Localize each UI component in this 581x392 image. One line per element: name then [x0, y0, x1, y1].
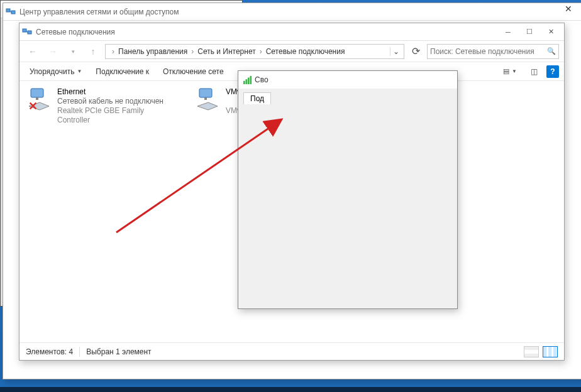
ethernet-disconnected-icon: ✕ — [27, 87, 52, 125]
network-center-icon — [6, 7, 16, 17]
connection-status: Сетевой кабель не подключен — [57, 97, 173, 106]
search-input[interactable] — [430, 47, 547, 56]
svg-rect-4 — [28, 31, 31, 34]
address-history-dropdown[interactable]: ⌄ — [390, 47, 401, 56]
connection-device: Realtek PCIe GBE Family Controller — [57, 106, 173, 125]
help-icon[interactable]: ? — [546, 65, 559, 78]
chevron-right-icon[interactable]: › — [111, 47, 116, 56]
maximize-button[interactable]: ☐ — [519, 24, 540, 40]
svg-rect-0 — [6, 9, 10, 12]
dialog-title[interactable]: Сво — [238, 71, 457, 89]
ethernet-icon — [196, 87, 221, 125]
connection-name: Ethernet — [57, 87, 173, 97]
refresh-button[interactable]: ⟳ — [408, 44, 423, 59]
organize-menu[interactable]: Упорядочить▼ — [25, 66, 87, 77]
breadcrumb-item[interactable]: Сетевые подключения — [263, 47, 348, 56]
connection-item-ethernet[interactable]: ✕ Ethernet Сетевой кабель не подключен R… — [22, 85, 178, 128]
titlebar[interactable]: Центр управления сетями и общим доступом… — [3, 3, 581, 21]
dialog-properties: Сво Под — [238, 70, 458, 309]
svg-rect-1 — [11, 11, 15, 14]
breadcrumb-item[interactable]: Сеть и Интернет — [195, 47, 258, 56]
search-icon[interactable]: 🔍 — [547, 47, 556, 55]
chevron-right-icon[interactable]: › — [258, 47, 263, 56]
item-count: Элементов: 4 — [26, 347, 73, 356]
icons-view-button[interactable] — [543, 346, 558, 357]
window-title: Сетевые подключения — [32, 28, 497, 36]
svg-rect-12 — [204, 97, 207, 100]
search-box[interactable]: 🔍 — [427, 44, 559, 59]
back-button[interactable]: ← — [25, 44, 41, 59]
svg-rect-22 — [250, 76, 252, 84]
details-view-button[interactable] — [524, 346, 539, 357]
disable-device-button[interactable]: Отключение сете — [158, 66, 229, 77]
window-title: Центр управления сетями и общим доступом — [16, 8, 581, 16]
close-button[interactable]: ✕ — [560, 3, 577, 15]
breadcrumb-item[interactable]: Панель управления — [116, 47, 190, 56]
svg-rect-19 — [243, 81, 245, 84]
chevron-down-icon: ▼ — [77, 68, 82, 74]
selection-count: Выбран 1 элемент — [86, 347, 151, 356]
forward-button[interactable]: → — [45, 44, 61, 59]
svg-rect-8 — [31, 89, 43, 97]
svg-rect-20 — [246, 79, 248, 84]
tab-connection[interactable]: Под — [243, 92, 271, 104]
taskbar[interactable] — [0, 387, 581, 392]
status-bar: Элементов: 4 Выбран 1 элемент — [19, 342, 564, 360]
svg-rect-11 — [199, 89, 212, 97]
recent-dropdown[interactable]: ▾ — [65, 44, 81, 59]
close-button[interactable]: ✕ — [540, 24, 562, 40]
up-button[interactable]: ↑ — [85, 44, 101, 59]
network-connections-icon — [22, 27, 32, 37]
svg-text:✕: ✕ — [28, 100, 38, 111]
preview-pane-button[interactable]: ◫ — [526, 66, 543, 77]
breadcrumb-bar[interactable]: › Панель управления › Сеть и Интернет › … — [105, 44, 404, 59]
svg-rect-3 — [23, 29, 26, 32]
svg-rect-21 — [248, 78, 250, 85]
chevron-right-icon[interactable]: › — [190, 47, 195, 56]
minimize-button[interactable]: ─ — [497, 24, 519, 40]
dialog-title-text: Сво — [255, 75, 268, 84]
titlebar[interactable]: Сетевые подключения ─ ☐ ✕ — [19, 23, 564, 41]
view-options-dropdown[interactable]: ▤ ▼ — [498, 66, 522, 77]
connect-to-button[interactable]: Подключение к — [91, 66, 154, 77]
address-bar-row: ← → ▾ ↑ › Панель управления › Сеть и Инт… — [19, 41, 564, 62]
